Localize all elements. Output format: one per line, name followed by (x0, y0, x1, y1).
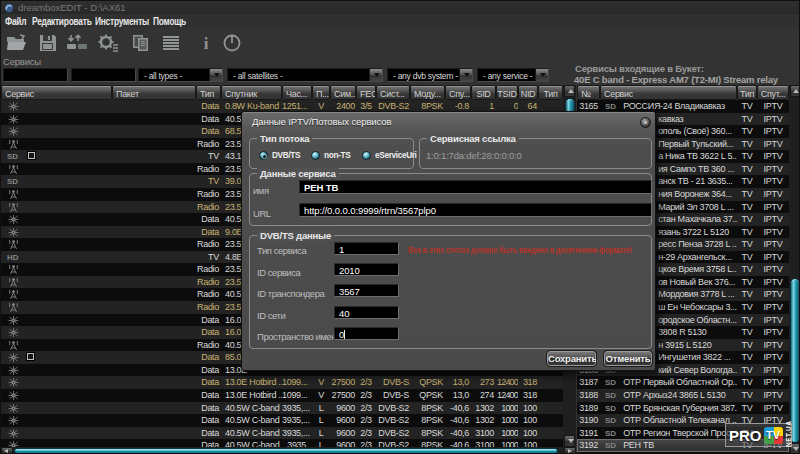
cell: QPSK (410, 389, 445, 402)
column-header-6[interactable]: Сим... (330, 85, 356, 100)
open-folder-icon[interactable] (5, 31, 29, 55)
save-button[interactable]: Сохранить (547, 351, 596, 366)
filter-service-value: - any service - (483, 71, 532, 81)
column-header-11[interactable]: SID (471, 85, 496, 100)
cell (112, 251, 196, 264)
radio-nonts[interactable] (311, 151, 320, 160)
dialog-close-button[interactable]: × (640, 117, 651, 128)
bouquet-row[interactable]: 3188SDОТР Архыз24 3865 L 5130TVIPTV (577, 389, 789, 402)
cell (1, 301, 112, 314)
column-header-8[interactable]: Сист... (376, 85, 410, 100)
menu-edit[interactable]: Редактировать (32, 16, 92, 27)
power-icon[interactable] (220, 31, 244, 55)
bouquet-column-header-2[interactable]: Тип (737, 85, 757, 100)
menu-help[interactable]: Помощь (153, 16, 186, 27)
filter-type-dropdown[interactable]: - all types - (138, 68, 223, 82)
column-header-4[interactable]: Час... (282, 85, 312, 100)
column-header-0[interactable]: Сервис (1, 85, 112, 100)
bouquet-vscroll-thumb[interactable] (790, 278, 800, 443)
service-id-field[interactable]: 2010 (334, 263, 399, 276)
cell: 9600 (330, 414, 356, 427)
radio-eserviceuri[interactable] (362, 151, 371, 160)
column-header-3[interactable]: Спутник (221, 85, 282, 100)
services-hscroll-thumb[interactable] (14, 448, 558, 454)
scroll-right-button[interactable] (564, 447, 576, 454)
list-lines-icon[interactable] (159, 31, 183, 55)
filter-satellite-dropdown[interactable]: - all satellites - (227, 68, 383, 82)
column-header-14[interactable]: Тип (538, 85, 563, 100)
menu-tools[interactable]: Инструменты (95, 16, 149, 27)
bouquet-row[interactable]: 3187SDОТР Первый Областной Ор...TVIPTV (577, 376, 789, 389)
scroll-up-button[interactable] (790, 85, 800, 97)
cell: L (312, 439, 330, 447)
cell: DVB-S2 (376, 439, 410, 447)
column-header-5[interactable]: П... (312, 85, 330, 100)
network-id-field[interactable]: 40 (334, 306, 399, 319)
bouquet-column-header-3[interactable]: Спут... (757, 85, 789, 100)
bouquet-column-header-0[interactable]: № (577, 85, 600, 100)
dropdown-arrow-icon[interactable] (209, 69, 222, 81)
bouquet-row-type: TV (737, 389, 757, 402)
dropdown-arrow-icon[interactable] (535, 69, 548, 81)
cell: 274 (471, 389, 496, 402)
service-row[interactable]: Data13.0E Hotbird ...1099...V275002/3DVB… (1, 376, 563, 389)
namespace-field[interactable]: 0 (334, 327, 399, 340)
scroll-down-button[interactable] (564, 435, 575, 447)
column-header-10[interactable]: Спу... (445, 85, 471, 100)
bouquet-row-type: TV (737, 314, 757, 327)
service-row[interactable]: Data40.5W C-band3935L96002/3DVB-S28PSK-4… (1, 439, 563, 447)
bouquet-row-number: 3192 (577, 439, 600, 452)
radio-dvbts[interactable] (259, 151, 268, 160)
radio-service-icon (7, 239, 20, 250)
column-header-9[interactable]: Моду... (410, 85, 445, 100)
copy-icon[interactable] (129, 31, 153, 55)
filter-service-dropdown[interactable]: - any service - (477, 68, 549, 82)
bouquet-service-name: стан Махачкала 37... (658, 214, 737, 224)
cell (1, 376, 112, 389)
service-row[interactable]: Data40.5W C-band ...3935,...L96002/3DVB-… (1, 427, 563, 440)
title-bar: dreamboxEDIT - D:\AX61 (1, 1, 800, 14)
url-field[interactable]: http://0.0.0.0:9999/rtrn/3567plp0 (299, 203, 652, 217)
filter-input-1[interactable] (3, 68, 68, 82)
radio-service-icon (7, 189, 20, 200)
transfer-icon[interactable] (65, 31, 89, 55)
cell: Data (196, 389, 221, 402)
bouquet-service-name: кавказ (658, 114, 683, 124)
transponder-id-field[interactable]: 3567 (334, 284, 399, 297)
cell: TV (196, 251, 221, 264)
dvbts-data-group: DVB/TS данные Тип сервиса 1 Все в этих с… (249, 235, 652, 349)
service-row[interactable]: Data40.5W C-band ...3935,...L96002/3DVB-… (1, 402, 563, 415)
name-field[interactable]: РЕН ТВ (299, 180, 652, 194)
scroll-left-button[interactable] (1, 447, 13, 454)
bouquet-row-type: TV (737, 326, 757, 339)
column-header-12[interactable]: TSID (496, 85, 518, 100)
service-type-field[interactable]: 1 (334, 242, 399, 255)
column-header-7[interactable]: FEC (356, 85, 376, 100)
column-header-13[interactable]: NID (518, 85, 538, 100)
service-row[interactable]: Data40.5W C-band ...3935,...L96002/3DVB-… (1, 414, 563, 427)
settings-gear-icon[interactable] (96, 31, 120, 55)
column-header-1[interactable]: Пакет (112, 85, 196, 100)
info-icon[interactable]: i (194, 31, 218, 55)
sd-badge-icon: SD (7, 151, 18, 163)
bouquet-vscrollbar[interactable] (789, 85, 800, 454)
service-row[interactable]: Data13.0E Hotbird ...1099...V275002/3DVB… (1, 389, 563, 402)
cancel-button[interactable]: Отменить (604, 351, 652, 366)
dropdown-arrow-icon[interactable] (369, 69, 382, 81)
bouquet-row[interactable]: 3189SDОТР Брянская Губерния 387...TVIPTV (577, 402, 789, 415)
column-header-2[interactable]: Тип (196, 85, 221, 100)
filter-dvbsystem-dropdown[interactable]: - any dvb system - (387, 68, 473, 82)
bouquet-column-header-1[interactable]: Сервис (600, 85, 737, 100)
bouquet-row-type: TV (737, 113, 757, 126)
cell (1, 439, 112, 447)
menu-file[interactable]: Файл (5, 16, 26, 27)
bouquet-row-type: TV (737, 188, 757, 201)
watermark-pro-text: PRO (729, 427, 762, 444)
bouquet-row-sat: IPTV (757, 376, 789, 389)
bouquet-service-cell: SDРЕН ТВ (600, 439, 737, 452)
save-icon[interactable] (36, 31, 60, 55)
dropdown-arrow-icon[interactable] (459, 69, 472, 81)
filter-input-2[interactable] (71, 68, 136, 82)
scroll-up-button[interactable] (564, 85, 575, 97)
services-hscrollbar[interactable] (1, 447, 576, 454)
